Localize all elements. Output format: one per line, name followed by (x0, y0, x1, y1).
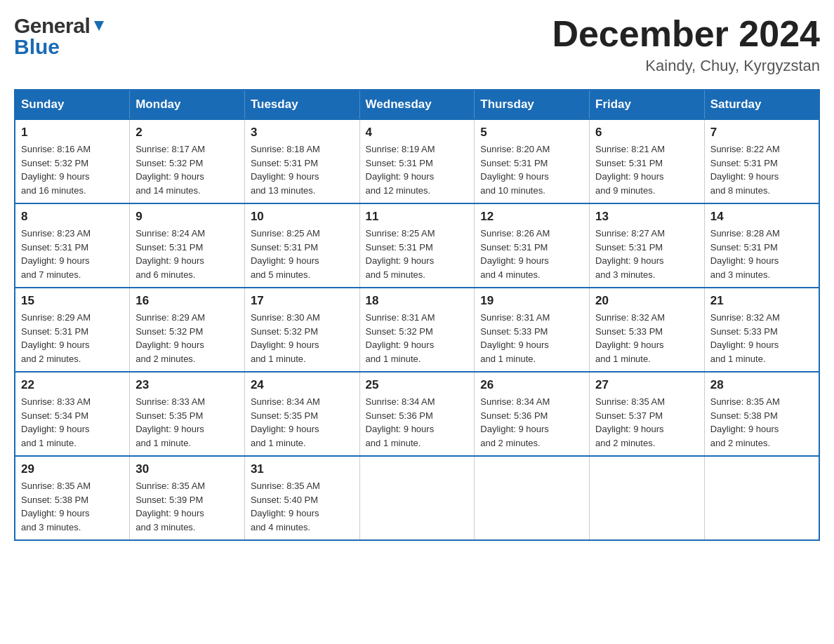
day-info: Sunrise: 8:29 AMSunset: 5:32 PMDaylight:… (135, 311, 239, 365)
day-info: Sunrise: 8:22 AMSunset: 5:31 PMDaylight:… (710, 142, 813, 197)
day-number: 8 (21, 210, 124, 224)
svg-marker-0 (94, 21, 104, 31)
day-number: 1 (21, 126, 124, 140)
day-number: 7 (710, 126, 813, 140)
day-number: 21 (710, 294, 813, 308)
calendar-cell: 1Sunrise: 8:16 AMSunset: 5:32 PMDaylight… (15, 119, 130, 203)
calendar-cell: 2Sunrise: 8:17 AMSunset: 5:32 PMDaylight… (130, 119, 245, 203)
calendar-cell: 22Sunrise: 8:33 AMSunset: 5:34 PMDayligh… (15, 372, 130, 456)
day-info: Sunrise: 8:32 AMSunset: 5:33 PMDaylight:… (710, 311, 813, 365)
day-info: Sunrise: 8:25 AMSunset: 5:31 PMDaylight:… (366, 227, 469, 281)
day-number: 14 (710, 210, 813, 224)
calendar-cell: 24Sunrise: 8:34 AMSunset: 5:35 PMDayligh… (244, 372, 359, 456)
day-info: Sunrise: 8:33 AMSunset: 5:35 PMDaylight:… (135, 395, 239, 450)
day-number: 23 (135, 378, 239, 392)
day-info: Sunrise: 8:27 AMSunset: 5:31 PMDaylight:… (595, 227, 699, 281)
day-info: Sunrise: 8:31 AMSunset: 5:32 PMDaylight:… (366, 311, 469, 365)
calendar-cell: 3Sunrise: 8:18 AMSunset: 5:31 PMDaylight… (244, 119, 359, 203)
day-number: 17 (251, 294, 354, 308)
day-number: 16 (135, 294, 239, 308)
calendar-table: SundayMondayTuesdayWednesdayThursdayFrid… (14, 89, 820, 541)
day-of-week-sunday: Sunday (15, 90, 130, 119)
day-info: Sunrise: 8:26 AMSunset: 5:31 PMDaylight:… (480, 227, 583, 281)
day-of-week-monday: Monday (130, 90, 245, 119)
day-info: Sunrise: 8:20 AMSunset: 5:31 PMDaylight:… (480, 142, 583, 197)
calendar-cell (359, 456, 475, 540)
calendar-cell: 9Sunrise: 8:24 AMSunset: 5:31 PMDaylight… (130, 203, 245, 288)
day-info: Sunrise: 8:21 AMSunset: 5:31 PMDaylight:… (595, 142, 699, 197)
day-number: 24 (251, 378, 354, 392)
day-info: Sunrise: 8:34 AMSunset: 5:35 PMDaylight:… (251, 395, 354, 450)
day-number: 26 (480, 378, 583, 392)
title-block: December 2024 Kaindy, Chuy, Kyrgyzstan (552, 14, 820, 75)
day-info: Sunrise: 8:35 AMSunset: 5:39 PMDaylight:… (135, 479, 239, 534)
day-info: Sunrise: 8:24 AMSunset: 5:31 PMDaylight:… (135, 227, 239, 281)
day-number: 11 (366, 210, 469, 224)
logo-arrow-icon (90, 18, 107, 34)
day-number: 9 (135, 210, 239, 224)
logo-general-text: General (14, 14, 90, 38)
day-info: Sunrise: 8:35 AMSunset: 5:40 PMDaylight:… (251, 479, 354, 534)
day-number: 30 (135, 462, 239, 476)
calendar-cell: 4Sunrise: 8:19 AMSunset: 5:31 PMDaylight… (359, 119, 475, 203)
calendar-cell: 14Sunrise: 8:28 AMSunset: 5:31 PMDayligh… (704, 203, 819, 288)
calendar-cell: 20Sunrise: 8:32 AMSunset: 5:33 PMDayligh… (590, 288, 705, 372)
calendar-week-row: 22Sunrise: 8:33 AMSunset: 5:34 PMDayligh… (15, 372, 819, 456)
calendar-cell: 7Sunrise: 8:22 AMSunset: 5:31 PMDaylight… (704, 119, 819, 203)
day-info: Sunrise: 8:23 AMSunset: 5:31 PMDaylight:… (21, 227, 124, 281)
day-info: Sunrise: 8:33 AMSunset: 5:34 PMDaylight:… (21, 395, 124, 450)
day-number: 29 (21, 462, 124, 476)
day-number: 19 (480, 294, 583, 308)
day-info: Sunrise: 8:35 AMSunset: 5:38 PMDaylight:… (710, 395, 813, 450)
day-number: 15 (21, 294, 124, 308)
day-info: Sunrise: 8:32 AMSunset: 5:33 PMDaylight:… (595, 311, 699, 365)
day-number: 20 (595, 294, 699, 308)
calendar-cell: 30Sunrise: 8:35 AMSunset: 5:39 PMDayligh… (130, 456, 245, 540)
day-info: Sunrise: 8:35 AMSunset: 5:38 PMDaylight:… (21, 479, 124, 534)
day-info: Sunrise: 8:34 AMSunset: 5:36 PMDaylight:… (366, 395, 469, 450)
day-number: 22 (21, 378, 124, 392)
day-info: Sunrise: 8:31 AMSunset: 5:33 PMDaylight:… (480, 311, 583, 365)
calendar-cell: 6Sunrise: 8:21 AMSunset: 5:31 PMDaylight… (590, 119, 705, 203)
calendar-cell: 15Sunrise: 8:29 AMSunset: 5:31 PMDayligh… (15, 288, 130, 372)
calendar-cell: 11Sunrise: 8:25 AMSunset: 5:31 PMDayligh… (359, 203, 475, 288)
calendar-week-row: 29Sunrise: 8:35 AMSunset: 5:38 PMDayligh… (15, 456, 819, 540)
day-number: 27 (595, 378, 699, 392)
calendar-title: December 2024 (552, 14, 820, 54)
day-of-week-tuesday: Tuesday (244, 90, 359, 119)
day-info: Sunrise: 8:25 AMSunset: 5:31 PMDaylight:… (251, 227, 354, 281)
calendar-cell: 12Sunrise: 8:26 AMSunset: 5:31 PMDayligh… (475, 203, 590, 288)
calendar-cell: 28Sunrise: 8:35 AMSunset: 5:38 PMDayligh… (704, 372, 819, 456)
calendar-cell: 16Sunrise: 8:29 AMSunset: 5:32 PMDayligh… (130, 288, 245, 372)
day-info: Sunrise: 8:35 AMSunset: 5:37 PMDaylight:… (595, 395, 699, 450)
day-number: 13 (595, 210, 699, 224)
calendar-cell: 10Sunrise: 8:25 AMSunset: 5:31 PMDayligh… (244, 203, 359, 288)
calendar-cell: 25Sunrise: 8:34 AMSunset: 5:36 PMDayligh… (359, 372, 475, 456)
day-info: Sunrise: 8:34 AMSunset: 5:36 PMDaylight:… (480, 395, 583, 450)
day-info: Sunrise: 8:18 AMSunset: 5:31 PMDaylight:… (251, 142, 354, 197)
calendar-cell: 31Sunrise: 8:35 AMSunset: 5:40 PMDayligh… (244, 456, 359, 540)
logo: General Blue (14, 14, 107, 59)
logo-blue-text: Blue (14, 35, 60, 59)
day-of-week-friday: Friday (590, 90, 705, 119)
day-number: 25 (366, 378, 469, 392)
calendar-cell (704, 456, 819, 540)
day-number: 28 (710, 378, 813, 392)
calendar-week-row: 8Sunrise: 8:23 AMSunset: 5:31 PMDaylight… (15, 203, 819, 288)
calendar-cell: 17Sunrise: 8:30 AMSunset: 5:32 PMDayligh… (244, 288, 359, 372)
day-of-week-saturday: Saturday (704, 90, 819, 119)
day-number: 18 (366, 294, 469, 308)
calendar-week-row: 15Sunrise: 8:29 AMSunset: 5:31 PMDayligh… (15, 288, 819, 372)
calendar-cell: 13Sunrise: 8:27 AMSunset: 5:31 PMDayligh… (590, 203, 705, 288)
calendar-cell: 26Sunrise: 8:34 AMSunset: 5:36 PMDayligh… (475, 372, 590, 456)
day-info: Sunrise: 8:16 AMSunset: 5:32 PMDaylight:… (21, 142, 124, 197)
day-number: 6 (595, 126, 699, 140)
day-of-week-wednesday: Wednesday (359, 90, 475, 119)
calendar-subtitle: Kaindy, Chuy, Kyrgyzstan (552, 57, 820, 75)
page-header: General Blue December 2024 Kaindy, Chuy,… (14, 14, 820, 75)
day-number: 2 (135, 126, 239, 140)
calendar-cell: 5Sunrise: 8:20 AMSunset: 5:31 PMDaylight… (475, 119, 590, 203)
calendar-week-row: 1Sunrise: 8:16 AMSunset: 5:32 PMDaylight… (15, 119, 819, 203)
day-of-week-thursday: Thursday (475, 90, 590, 119)
day-info: Sunrise: 8:29 AMSunset: 5:31 PMDaylight:… (21, 311, 124, 365)
